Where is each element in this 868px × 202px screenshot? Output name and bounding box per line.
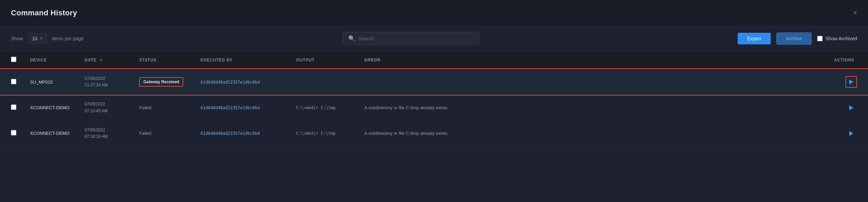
row-error: A subdirectory or file C:\tmp already ex…: [358, 120, 827, 146]
row-date: 07/05/202207:10:45 AM: [78, 95, 132, 120]
row-select-checkbox[interactable]: [11, 104, 16, 110]
th-date: DATE ▼: [78, 51, 132, 69]
play-icon: [849, 80, 853, 84]
th-output: OUTPUT: [289, 51, 358, 69]
table-row: SU_MP01507/05/202211:27:24 AMGateway Rec…: [0, 69, 868, 95]
row-device: SU_MP015: [23, 69, 78, 95]
row-output: C:\>mkdir C:\tmp: [289, 95, 358, 120]
row-device: XCONNECT-DEMO: [23, 120, 78, 146]
row-error: [358, 69, 827, 95]
row-actions: [827, 120, 868, 146]
table-header-row: DEVICE DATE ▼ STATUS EXECUTED BY OUTPUT …: [0, 51, 868, 69]
per-page-value: 10: [32, 36, 38, 41]
table-row: XCONNECT-DEMO07/05/202207:10:19 AMFailed…: [0, 120, 868, 146]
per-page-arrow: ▼: [40, 37, 43, 40]
select-all-checkbox[interactable]: [11, 57, 16, 62]
action-play-button[interactable]: [845, 128, 857, 139]
title-bar: Command History ×: [0, 0, 868, 26]
row-select-checkbox[interactable]: [11, 79, 16, 84]
th-status: STATUS: [132, 51, 194, 69]
row-output: C:\>mkdir C:\tmp: [289, 120, 358, 146]
row-date: 07/05/202207:10:19 AM: [78, 120, 132, 146]
row-executed-by: 61d848d48ad22357e1dbc6b4: [194, 95, 289, 120]
play-icon: [849, 105, 853, 110]
items-per-page-label: items per page: [52, 36, 84, 41]
status-badge: Gateway Received: [139, 77, 183, 87]
row-status: Gateway Received: [132, 69, 194, 95]
toolbar-right: Export Archive Show Archived: [738, 32, 857, 45]
row-error: A subdirectory or file C:\tmp already ex…: [358, 95, 827, 120]
row-device: XCONNECT-DEMO: [23, 95, 78, 120]
th-device: DEVICE: [23, 51, 78, 69]
row-date: 07/05/202211:27:24 AM: [78, 69, 132, 95]
show-archived-checkbox[interactable]: [817, 36, 823, 41]
command-history-table: DEVICE DATE ▼ STATUS EXECUTED BY OUTPUT …: [0, 51, 868, 146]
th-error: ERROR: [358, 51, 827, 69]
th-checkbox: [0, 51, 23, 69]
show-archived-label: Show Archived: [825, 36, 857, 41]
show-archived-container[interactable]: Show Archived: [817, 36, 857, 41]
main-window: Command History × Show 10 ▼ items per pa…: [0, 0, 868, 202]
search-icon: 🔍: [348, 35, 355, 42]
status-badge: Failed: [139, 131, 151, 136]
per-page-select[interactable]: 10 ▼: [28, 33, 46, 44]
search-input[interactable]: [359, 36, 473, 41]
play-icon: [849, 131, 853, 136]
row-checkbox-cell: [0, 95, 23, 120]
search-container: 🔍: [343, 32, 479, 45]
th-actions: ACTIONS: [827, 51, 868, 69]
row-select-checkbox[interactable]: [11, 130, 16, 135]
table-container: DEVICE DATE ▼ STATUS EXECUTED BY OUTPUT …: [0, 51, 868, 202]
row-actions: [827, 69, 868, 95]
table-body: SU_MP01507/05/202211:27:24 AMGateway Rec…: [0, 69, 868, 146]
row-actions: [827, 95, 868, 120]
page-title: Command History: [11, 9, 77, 17]
row-checkbox-cell: [0, 120, 23, 146]
date-sort-icon[interactable]: ▼: [99, 58, 103, 62]
th-executed-by: EXECUTED BY: [194, 51, 289, 69]
export-button[interactable]: Export: [738, 33, 770, 44]
show-label: Show: [11, 36, 23, 41]
row-status: Failed: [132, 120, 194, 146]
table-row: XCONNECT-DEMO07/05/202207:10:45 AMFailed…: [0, 95, 868, 120]
row-output: [289, 69, 358, 95]
row-status: Failed: [132, 95, 194, 120]
row-executed-by: 61d848d48ad22357e1dbc6b4: [194, 69, 289, 95]
row-checkbox-cell: [0, 69, 23, 95]
archive-button[interactable]: Archive: [776, 32, 812, 45]
toolbar: Show 10 ▼ items per page 🔍 Export Archiv…: [0, 26, 868, 51]
status-badge: Failed: [139, 105, 151, 110]
row-executed-by: 61d848d48ad22357e1dbc6b4: [194, 120, 289, 146]
action-play-button[interactable]: [845, 76, 857, 88]
close-icon[interactable]: ×: [853, 9, 857, 17]
action-play-button[interactable]: [845, 102, 857, 114]
